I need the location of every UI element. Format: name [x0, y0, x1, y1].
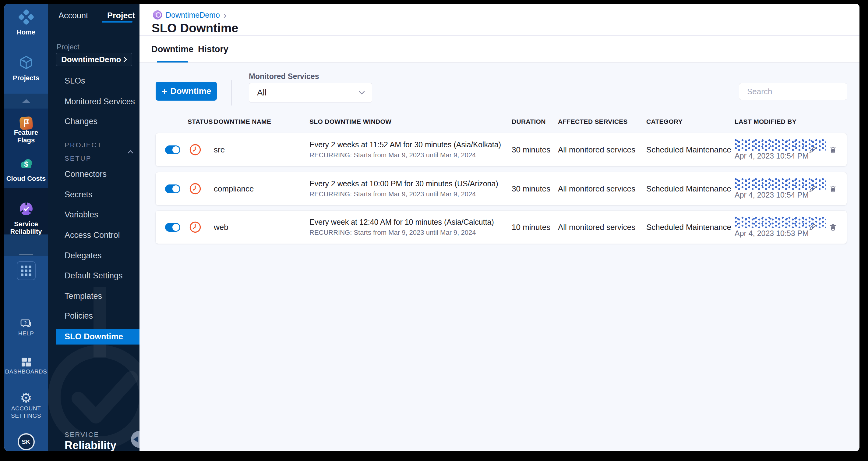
search-box	[739, 83, 847, 100]
col-last-modified: LAST MODIFIED BY	[735, 118, 847, 125]
sidebar-item-slos[interactable]: SLOs	[56, 74, 140, 87]
search-input[interactable]	[747, 87, 849, 96]
breadcrumb-project-link[interactable]: DowntimeDemo	[166, 11, 220, 20]
edit-icon[interactable]	[807, 183, 818, 194]
table-row[interactable]: compliance Every 2 weeks at 10:00 PM for…	[156, 172, 847, 205]
category: Scheduled Maintenance	[646, 223, 735, 232]
monitored-services-dropdown[interactable]: All	[249, 83, 372, 103]
table-header: STATUS DOWNTIME NAME SLO DOWNTIME WINDOW…	[156, 116, 847, 127]
edit-icon[interactable]	[807, 222, 818, 232]
breadcrumb: DowntimeDemo ›	[153, 10, 226, 20]
col-window: SLO DOWNTIME WINDOW	[309, 118, 512, 125]
svg-text:?: ?	[24, 320, 27, 325]
edit-icon[interactable]	[807, 145, 818, 155]
svg-text:$: $	[24, 160, 28, 168]
recurring-clock-icon	[188, 220, 202, 234]
downtime-window: Every week at 12:40 AM for 10 minutes (A…	[309, 218, 512, 227]
sidebar-item-secrets[interactable]: Secrets	[56, 188, 140, 201]
status-toggle[interactable]	[165, 145, 180, 154]
cloud-costs-icon[interactable]: $	[4, 156, 48, 172]
tab-downtime[interactable]: Downtime	[157, 36, 188, 62]
module-grid-icon[interactable]	[4, 261, 48, 280]
sidebar-item-variables[interactable]: Variables	[56, 208, 140, 221]
delete-icon[interactable]	[828, 222, 838, 232]
sidebar-collapse-button[interactable]	[131, 431, 140, 448]
rail-item-service-reliability[interactable]: Service Reliability	[4, 220, 48, 235]
dropdown-value: All	[257, 88, 267, 97]
downtime-name: web	[214, 223, 309, 232]
table-row[interactable]: sre Every 2 weeks at 11:52 AM for 30 min…	[156, 133, 847, 166]
status-toggle[interactable]	[165, 184, 180, 193]
scroll-up-icon[interactable]	[4, 99, 48, 103]
downtime-content: + Downtime Monitored Services All STATU	[140, 63, 860, 451]
sidebar-tab-account[interactable]: Account	[59, 11, 88, 21]
downtime-recurrence: RECURRING: Starts from Mar 9, 2023 until…	[309, 229, 512, 237]
toolbar-divider	[231, 80, 232, 106]
help-icon[interactable]: ?	[4, 318, 48, 330]
category: Scheduled Maintenance	[646, 184, 735, 194]
sidebar-item-connectors[interactable]: Connectors	[56, 167, 140, 181]
sidebar-item-changes[interactable]: Changes	[56, 115, 140, 128]
main-area: DowntimeDemo › SLO Downtime Downtime His…	[140, 4, 860, 451]
project-selector[interactable]: DowntimeDemo	[56, 53, 132, 66]
affected-services: All monitored services	[558, 145, 646, 154]
sidebar-tab-underline	[102, 21, 132, 23]
sidebar-item-templates[interactable]: Templates	[56, 289, 140, 303]
rail-item-cloud-costs[interactable]: Cloud Costs	[4, 175, 48, 182]
page-title: SLO Downtime	[152, 21, 238, 35]
duration: 30 minutes	[512, 184, 558, 194]
sidebar-item-delegates[interactable]: Delegates	[56, 249, 140, 262]
rail-item-account-settings[interactable]: ACCOUNT SETTINGS	[4, 405, 48, 420]
rail-item-home[interactable]: Home	[4, 28, 48, 36]
rail-item-help[interactable]: HELP	[4, 330, 48, 337]
delete-icon[interactable]	[828, 183, 838, 194]
tab-history[interactable]: History	[200, 36, 226, 62]
chevron-up-icon	[128, 150, 133, 154]
sidebar-watermark-icon	[48, 4, 140, 451]
downtime-name: sre	[214, 145, 309, 154]
project-avatar-icon	[153, 10, 162, 20]
sidebar-item-slo-downtime[interactable]: SLO Downtime	[56, 329, 140, 345]
category: Scheduled Maintenance	[646, 145, 735, 154]
status-toggle[interactable]	[165, 223, 180, 232]
col-status: STATUS	[156, 118, 214, 125]
sidebar-item-default-settings[interactable]: Default Settings	[56, 269, 140, 282]
project-setup-header[interactable]: PROJECT SETUP	[65, 145, 133, 159]
rail-item-dashboards[interactable]: DASHBOARDS	[4, 368, 48, 375]
downtime-recurrence: RECURRING: Starts from Mar 9, 2023 until…	[309, 151, 512, 159]
sidebar-item-access-control[interactable]: Access Control	[56, 228, 140, 242]
recurring-clock-icon	[188, 143, 202, 157]
affected-services: All monitored services	[558, 184, 646, 194]
rail-item-feature-flags[interactable]: Feature Flags	[4, 129, 48, 144]
sidebar-item-monitored-services[interactable]: Monitored Services	[56, 95, 140, 108]
downtime-name: compliance	[214, 184, 309, 194]
delete-icon[interactable]	[828, 145, 838, 155]
recurring-clock-icon	[188, 182, 202, 196]
sidebar-footer-eyebrow: SERVICE	[65, 431, 99, 439]
chevron-right-icon	[123, 56, 128, 63]
downtime-window: Every 2 weeks at 11:52 AM for 30 minutes…	[309, 140, 512, 149]
downtime-recurrence: RECURRING: Starts from Mar 9, 2023 until…	[309, 190, 512, 198]
rail-divider	[4, 254, 48, 255]
new-downtime-button[interactable]: + Downtime	[156, 82, 217, 100]
downtime-window: Every 2 weeks at 10:00 PM for 30 minutes…	[309, 179, 512, 188]
home-icon[interactable]	[4, 9, 48, 25]
project-selector-value: DowntimeDemo	[61, 55, 121, 64]
sidebar-divider	[64, 136, 128, 136]
rail-item-projects[interactable]: Projects	[4, 74, 48, 82]
user-avatar[interactable]: SK	[4, 433, 48, 450]
collapse-left-icon	[133, 436, 138, 442]
rail-footer-band	[4, 234, 48, 256]
sidebar-item-policies[interactable]: Policies	[56, 309, 140, 323]
gear-icon[interactable]: ⚙	[4, 391, 48, 405]
chevron-down-icon	[359, 91, 365, 95]
dashboards-icon[interactable]	[4, 357, 48, 368]
projects-icon[interactable]	[4, 55, 48, 70]
app-window: Home Projects Feature Flags	[4, 4, 860, 451]
sidebar-tab-project[interactable]: Project	[107, 11, 135, 21]
col-category: CATEGORY	[646, 118, 735, 125]
table-row[interactable]: web Every week at 12:40 AM for 10 minute…	[156, 211, 847, 243]
service-reliability-icon[interactable]	[4, 201, 48, 217]
page-tabs: Downtime History	[140, 36, 860, 62]
col-duration: DURATION	[512, 118, 558, 125]
